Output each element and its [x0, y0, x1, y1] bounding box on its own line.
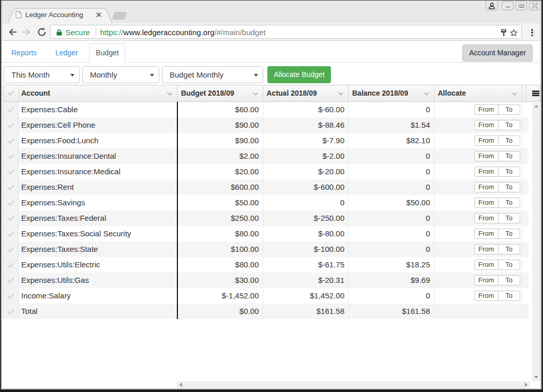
- allocate-to-button[interactable]: To: [498, 260, 520, 269]
- allocate-to-button[interactable]: To: [498, 276, 520, 285]
- allocate-to-button[interactable]: To: [498, 183, 520, 192]
- actual-cell: $-88.46: [263, 117, 349, 133]
- scroll-down-icon[interactable]: [534, 376, 538, 379]
- allocate-from-button[interactable]: From: [475, 152, 498, 161]
- budget-cell: $2.00: [177, 148, 263, 164]
- allocate-to-button[interactable]: To: [498, 167, 520, 176]
- row-select-cell[interactable]: [4, 242, 19, 257]
- tab-ledger[interactable]: Ledger: [55, 43, 78, 63]
- allocate-to-button[interactable]: To: [498, 198, 520, 207]
- window-border-top: [0, 0, 543, 1]
- select-caret-icon: [150, 74, 154, 77]
- back-button[interactable]: [8, 27, 18, 37]
- row-select-cell[interactable]: [4, 148, 19, 164]
- budget-type-select-value: Budget Monthly: [170, 70, 223, 79]
- profile-button[interactable]: [486, 1, 498, 10]
- allocate-from-button[interactable]: From: [475, 136, 498, 145]
- table-row: Expenses:Cable$60.00$-60.000FromTo: [4, 102, 529, 117]
- allocate-from-button[interactable]: From: [475, 276, 498, 285]
- address-bar[interactable]: Secure https://www.ledgeraccounting.org/…: [50, 25, 522, 39]
- grid-header: Account Budget 2018/09 Actual 2018/09 Ba…: [3, 85, 540, 102]
- bookmark-star-icon[interactable]: [510, 29, 518, 37]
- allocate-from-button[interactable]: From: [475, 105, 498, 114]
- balance-cell: 0: [349, 148, 434, 164]
- new-tab-button[interactable]: [112, 12, 127, 20]
- row-select-cell[interactable]: [4, 117, 19, 133]
- row-select-cell[interactable]: [4, 195, 19, 210]
- account-cell: Expenses:Cell Phone: [19, 117, 177, 133]
- allocate-from-button[interactable]: From: [475, 245, 498, 254]
- allocate-to-button[interactable]: To: [498, 152, 520, 161]
- allocate-to-button[interactable]: To: [498, 291, 520, 300]
- row-select-cell[interactable]: [4, 273, 19, 288]
- vertical-scrollbar[interactable]: [532, 102, 540, 381]
- row-select-cell[interactable]: [4, 288, 19, 304]
- tab-budget[interactable]: Budget: [89, 43, 125, 63]
- row-select-cell[interactable]: [4, 304, 19, 319]
- tab-close-icon[interactable]: [96, 12, 101, 18]
- allocate-from-button[interactable]: From: [475, 120, 498, 130]
- budget-cell: $60.00: [177, 102, 263, 117]
- balance-cell: 0: [349, 164, 434, 179]
- chevron-down-icon[interactable]: [424, 91, 428, 95]
- budget-cell: $50.00: [177, 195, 263, 210]
- row-select-cell[interactable]: [4, 257, 19, 273]
- period-select[interactable]: This Month: [4, 66, 80, 83]
- allocate-to-button[interactable]: To: [498, 245, 520, 254]
- scroll-up-icon[interactable]: [534, 105, 538, 108]
- secure-label: Secure: [66, 28, 90, 37]
- chevron-down-icon[interactable]: [512, 91, 517, 95]
- allocate-from-button[interactable]: From: [475, 214, 498, 223]
- allocate-to-button[interactable]: To: [498, 105, 520, 114]
- allocate-from-button[interactable]: From: [475, 291, 498, 300]
- frequency-select[interactable]: Monthly: [82, 66, 159, 83]
- allocate-to-button[interactable]: To: [498, 214, 520, 223]
- allocate-cell: FromTo: [434, 133, 523, 148]
- forward-button[interactable]: [21, 27, 32, 37]
- scroll-right-icon[interactable]: [525, 383, 527, 387]
- account-manager-button[interactable]: Account Manager: [462, 44, 533, 62]
- header-account[interactable]: Account: [19, 85, 177, 101]
- header-select-all[interactable]: [4, 85, 19, 101]
- row-select-cell[interactable]: [4, 164, 19, 179]
- balance-cell: 0: [349, 179, 434, 195]
- account-cell: Expenses:Taxes:Federal: [19, 210, 177, 226]
- header-balance[interactable]: Balance 2018/09: [349, 85, 434, 101]
- columns-menu-icon[interactable]: [532, 91, 539, 96]
- chevron-down-icon[interactable]: [167, 91, 172, 95]
- allocate-cell: [434, 304, 523, 319]
- allocate-to-button[interactable]: To: [498, 229, 520, 238]
- browser-menu-icon[interactable]: [531, 29, 533, 37]
- header-allocate[interactable]: Allocate: [434, 85, 523, 101]
- password-key-icon[interactable]: [500, 29, 507, 36]
- window-close-button[interactable]: [529, 1, 541, 10]
- horizontal-scrollbar[interactable]: [177, 381, 530, 388]
- allocate-from-button[interactable]: From: [475, 229, 498, 238]
- allocate-from-button[interactable]: From: [475, 198, 498, 207]
- budget-type-select[interactable]: Budget Monthly: [162, 66, 263, 83]
- allocate-from-button[interactable]: From: [475, 260, 498, 269]
- url-scheme: https: [100, 28, 117, 37]
- allocate-to-button[interactable]: To: [498, 136, 520, 145]
- header-actual[interactable]: Actual 2018/09: [263, 85, 349, 101]
- tab-reports[interactable]: Reports: [11, 43, 37, 63]
- header-budget[interactable]: Budget 2018/09: [177, 85, 263, 101]
- scroll-left-icon[interactable]: [179, 383, 182, 387]
- budget-cell: $30.00: [177, 273, 263, 288]
- reload-button[interactable]: [37, 27, 47, 37]
- allocate-to-button[interactable]: To: [498, 120, 520, 130]
- minimize-button[interactable]: [502, 1, 514, 10]
- allocate-budget-button[interactable]: Allocate Budget: [267, 66, 331, 83]
- allocate-cell: FromTo: [434, 102, 523, 117]
- allocate-from-button[interactable]: From: [475, 167, 498, 176]
- maximize-button[interactable]: [516, 1, 527, 10]
- row-select-cell[interactable]: [4, 210, 19, 226]
- table-row: Expenses:Taxes:Federal$250.00$-250.000Fr…: [4, 210, 529, 226]
- chevron-down-icon[interactable]: [338, 91, 343, 95]
- row-select-cell[interactable]: [4, 226, 19, 242]
- row-select-cell[interactable]: [4, 133, 19, 148]
- row-select-cell[interactable]: [4, 102, 19, 117]
- chevron-down-icon[interactable]: [252, 91, 257, 95]
- allocate-from-button[interactable]: From: [475, 183, 498, 192]
- row-select-cell[interactable]: [4, 179, 19, 195]
